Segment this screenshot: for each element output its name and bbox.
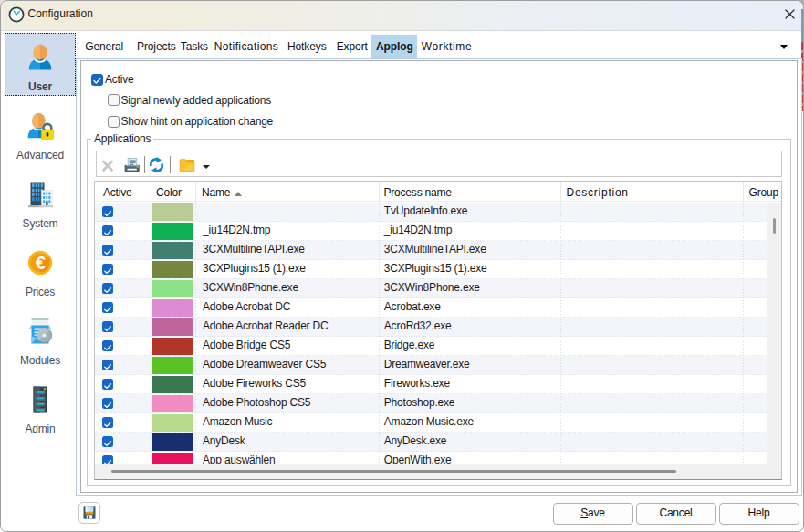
svg-text:€: € xyxy=(36,253,46,273)
